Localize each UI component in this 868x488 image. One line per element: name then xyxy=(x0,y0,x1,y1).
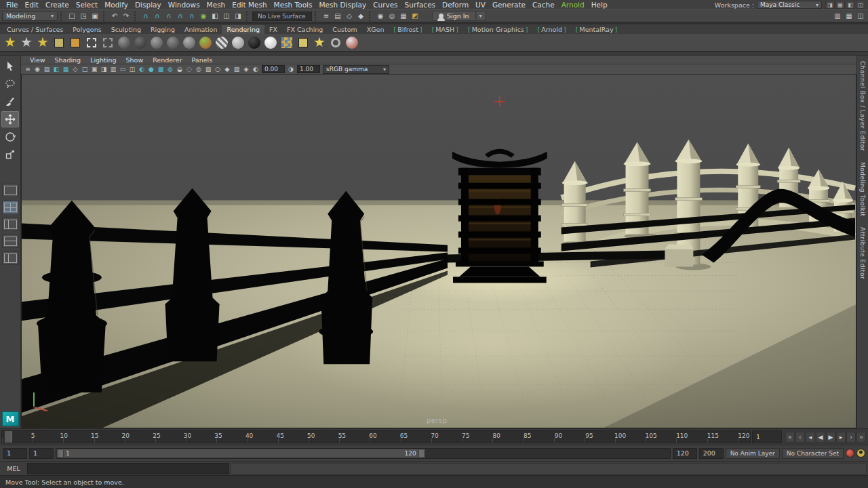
playback-start-field[interactable]: 1 xyxy=(29,448,54,459)
current-frame-field[interactable]: 1 xyxy=(752,430,782,443)
list-editors-icon[interactable]: ▤ xyxy=(332,11,343,21)
shelf-tab[interactable]: Custom xyxy=(328,25,361,34)
gamma-field[interactable]: 1.00 xyxy=(297,65,320,73)
step-forward-key-button[interactable]: › xyxy=(846,432,856,443)
panel-menu-item[interactable]: Lighting xyxy=(85,56,121,64)
highlight-selection-icon[interactable]: ◨ xyxy=(233,11,243,21)
white-ball-icon[interactable] xyxy=(263,35,278,50)
lasso-tool[interactable] xyxy=(1,76,19,92)
render-settings-shelf-icon[interactable] xyxy=(52,35,66,50)
render-frame-icon[interactable]: ◉ xyxy=(375,11,386,21)
snap-curve-icon[interactable]: ∩ xyxy=(152,11,163,21)
textured-mode-icon[interactable]: ▩ xyxy=(156,65,165,74)
fill-mode-icon[interactable]: ◐ xyxy=(137,65,146,74)
construction-history-icon[interactable]: ≡ xyxy=(321,11,332,21)
range-start-handle[interactable] xyxy=(58,450,64,457)
playback-end-field[interactable]: 120 xyxy=(673,448,697,459)
status-divider[interactable] xyxy=(246,12,250,21)
menu-item[interactable]: UV xyxy=(472,1,489,9)
render-snapshot-icon[interactable] xyxy=(19,35,34,50)
paint-effects-icon[interactable] xyxy=(296,35,311,50)
xray-icon[interactable]: ▨ xyxy=(232,65,241,74)
menu-item[interactable]: Arnold xyxy=(558,1,588,9)
camera-attributes-icon[interactable]: ▤ xyxy=(42,65,52,74)
animation-end-field[interactable]: 200 xyxy=(699,448,724,459)
current-time-marker[interactable] xyxy=(5,431,12,443)
workspace-save-icon[interactable]: ◨ xyxy=(825,1,835,9)
shaded-mode-icon[interactable]: ● xyxy=(146,65,156,74)
menu-item[interactable]: Mesh xyxy=(203,1,229,9)
make-live-icon[interactable]: ◉ xyxy=(198,11,209,21)
input-connections-icon[interactable]: ◇ xyxy=(344,11,355,21)
new-scene-icon[interactable]: □ xyxy=(66,11,77,21)
black-ball-icon[interactable] xyxy=(247,35,262,50)
shelf-tab[interactable]: MentalRay xyxy=(571,25,623,34)
rotate-tool[interactable] xyxy=(1,129,19,145)
snapshot-region-icon[interactable] xyxy=(100,35,115,50)
colored-ball-icon[interactable] xyxy=(198,35,213,50)
menu-item[interactable]: Surfaces xyxy=(401,1,439,9)
image-plane-icon[interactable]: ▦ xyxy=(61,65,71,74)
shelf-tab[interactable]: Bifrost xyxy=(389,25,427,34)
menu-item[interactable]: Cache xyxy=(529,1,558,9)
render-region-icon[interactable] xyxy=(84,35,99,50)
menu-item[interactable]: Select xyxy=(73,1,101,9)
hypershade-icon[interactable] xyxy=(68,35,83,50)
shadows-icon[interactable]: ◒ xyxy=(175,65,184,74)
shelf-tab[interactable]: Curves / Surfaces xyxy=(2,25,68,34)
panel-menu-item[interactable]: Renderer xyxy=(148,56,186,64)
hypershade-persp-layout-button[interactable] xyxy=(2,251,19,265)
auto-keyframe-toggle-icon[interactable] xyxy=(846,449,854,458)
sidebar-toolkit-toggle-icon[interactable]: ▦ xyxy=(844,11,854,21)
paint-selection-tool[interactable] xyxy=(1,94,19,110)
command-result-field[interactable] xyxy=(231,463,867,474)
go-to-end-button[interactable]: » xyxy=(856,432,866,443)
panel-menu-item[interactable]: View xyxy=(25,56,50,64)
isolate-select-icon[interactable]: ◆ xyxy=(222,65,232,74)
sidebar-attreditor-toggle-icon[interactable]: ◫ xyxy=(855,11,866,21)
step-forward-frame-button[interactable]: ▸ xyxy=(836,432,846,443)
time-ruler[interactable]: 5101520253035404550556065707580859095100… xyxy=(1,430,751,443)
menu-item[interactable]: Mesh Tools xyxy=(271,1,316,9)
menu-set-selector[interactable]: Modeling ▾ xyxy=(2,11,58,21)
toolbox-toggle-icon[interactable]: ◧ xyxy=(846,1,855,9)
safe-title-icon[interactable]: ◫ xyxy=(127,65,137,74)
panels-layout-icon[interactable]: ▦ xyxy=(835,1,845,9)
menu-item[interactable]: Generate xyxy=(489,1,529,9)
live-surface-field[interactable]: No Live Surface xyxy=(252,12,312,21)
shelf-tab[interactable]: Sculpting xyxy=(106,25,146,34)
status-divider[interactable] xyxy=(60,12,64,21)
menu-item[interactable]: Modify xyxy=(101,1,132,9)
panel-menu-item[interactable]: Panels xyxy=(187,56,218,64)
shelf-tab[interactable]: XGen xyxy=(362,25,389,34)
shelf-tab[interactable]: Motion Graphics xyxy=(463,25,533,34)
exposure-field[interactable]: 0.00 xyxy=(262,65,285,73)
channel-box-tab[interactable]: Channel Box / Layer Editor xyxy=(859,61,866,151)
menu-item[interactable]: Help xyxy=(588,1,611,9)
render-current-frame-icon[interactable] xyxy=(3,35,18,50)
menu-item[interactable]: Deform xyxy=(439,1,472,9)
select-tool[interactable] xyxy=(1,58,19,75)
occlusion-icon[interactable]: ◌ xyxy=(184,65,194,74)
range-bar[interactable]: 1 120 xyxy=(57,449,425,458)
multisample-icon[interactable]: ▧ xyxy=(203,65,213,74)
shelf-tab[interactable]: MASH xyxy=(427,25,463,34)
character-set-selector[interactable]: No Character Set xyxy=(782,448,844,459)
depth-of-field-icon[interactable]: ○ xyxy=(213,65,222,74)
create-light-icon[interactable] xyxy=(312,35,327,50)
command-language-toggle[interactable]: MEL xyxy=(1,465,26,472)
select-camera-icon[interactable]: ≡ xyxy=(23,65,33,74)
menu-item[interactable]: Edit xyxy=(22,1,42,9)
snap-projected-center-icon[interactable]: ∩ xyxy=(175,11,186,21)
shaded-ball-icon[interactable] xyxy=(117,35,132,50)
bookmarks-icon[interactable]: ◧ xyxy=(52,65,61,74)
go-to-start-button[interactable]: « xyxy=(785,432,795,443)
status-divider[interactable] xyxy=(134,12,138,21)
redo-icon[interactable]: ↷ xyxy=(121,11,132,21)
lock-camera-icon[interactable]: ◉ xyxy=(33,65,42,74)
lock-ui-icon[interactable]: ◫ xyxy=(856,1,865,9)
gray-ball-icon[interactable] xyxy=(149,35,164,50)
play-backwards-button[interactable]: ◀ xyxy=(816,432,825,443)
panel-menu-item[interactable]: Show xyxy=(121,56,149,64)
scale-tool[interactable] xyxy=(1,146,19,163)
